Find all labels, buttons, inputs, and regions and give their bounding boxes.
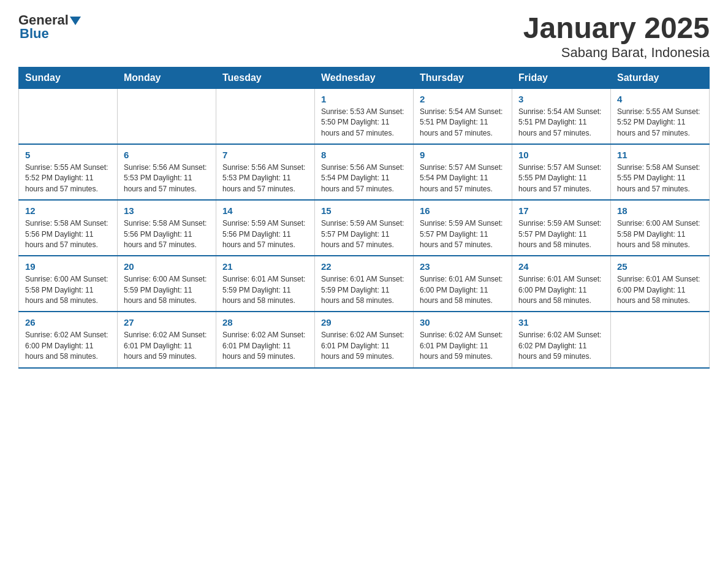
calendar-cell (216, 88, 315, 144)
calendar-header-friday: Friday (512, 67, 611, 88)
day-info: Sunrise: 6:02 AM Sunset: 6:01 PM Dayligh… (321, 330, 407, 362)
calendar-cell: 1Sunrise: 5:53 AM Sunset: 5:50 PM Daylig… (315, 88, 414, 144)
day-info: Sunrise: 6:00 AM Sunset: 5:59 PM Dayligh… (124, 274, 210, 306)
calendar-cell: 20Sunrise: 6:00 AM Sunset: 5:59 PM Dayli… (118, 256, 216, 312)
day-info: Sunrise: 5:53 AM Sunset: 5:50 PM Dayligh… (321, 107, 407, 139)
day-info: Sunrise: 6:00 AM Sunset: 5:58 PM Dayligh… (25, 274, 111, 306)
day-number: 13 (124, 205, 210, 216)
day-number: 14 (222, 205, 308, 216)
calendar-cell: 16Sunrise: 5:59 AM Sunset: 5:57 PM Dayli… (414, 200, 512, 256)
day-number: 4 (617, 94, 703, 104)
calendar-cell: 13Sunrise: 5:58 AM Sunset: 5:56 PM Dayli… (118, 200, 216, 256)
calendar-header-saturday: Saturday (611, 67, 710, 88)
calendar-cell: 18Sunrise: 6:00 AM Sunset: 5:58 PM Dayli… (611, 200, 710, 256)
day-info: Sunrise: 6:01 AM Sunset: 6:00 PM Dayligh… (420, 274, 506, 306)
day-number: 20 (124, 261, 210, 272)
day-info: Sunrise: 6:01 AM Sunset: 5:59 PM Dayligh… (321, 274, 407, 306)
calendar-week-row: 12Sunrise: 5:58 AM Sunset: 5:56 PM Dayli… (19, 200, 710, 256)
day-info: Sunrise: 5:57 AM Sunset: 5:54 PM Dayligh… (420, 163, 506, 194)
day-info: Sunrise: 5:58 AM Sunset: 5:56 PM Dayligh… (25, 218, 111, 250)
calendar-cell: 21Sunrise: 6:01 AM Sunset: 5:59 PM Dayli… (216, 256, 315, 312)
calendar-week-row: 5Sunrise: 5:55 AM Sunset: 5:52 PM Daylig… (19, 144, 710, 200)
calendar-cell: 2Sunrise: 5:54 AM Sunset: 5:51 PM Daylig… (414, 88, 512, 144)
day-info: Sunrise: 5:54 AM Sunset: 5:51 PM Dayligh… (518, 107, 604, 139)
calendar-header-monday: Monday (118, 67, 216, 88)
day-number: 24 (518, 261, 604, 272)
calendar-cell: 23Sunrise: 6:01 AM Sunset: 6:00 PM Dayli… (414, 256, 512, 312)
calendar-cell: 19Sunrise: 6:00 AM Sunset: 5:58 PM Dayli… (19, 256, 118, 312)
day-number: 9 (420, 150, 506, 160)
day-info: Sunrise: 6:02 AM Sunset: 6:01 PM Dayligh… (124, 330, 210, 362)
day-info: Sunrise: 5:59 AM Sunset: 5:57 PM Dayligh… (518, 218, 604, 250)
calendar-cell: 29Sunrise: 6:02 AM Sunset: 6:01 PM Dayli… (315, 312, 414, 367)
calendar-cell: 11Sunrise: 5:58 AM Sunset: 5:55 PM Dayli… (611, 144, 710, 200)
day-info: Sunrise: 6:02 AM Sunset: 6:02 PM Dayligh… (518, 330, 604, 362)
day-number: 29 (321, 317, 407, 327)
day-info: Sunrise: 5:58 AM Sunset: 5:56 PM Dayligh… (124, 218, 210, 250)
calendar-cell: 9Sunrise: 5:57 AM Sunset: 5:54 PM Daylig… (414, 144, 512, 200)
day-number: 17 (518, 205, 604, 216)
calendar-week-row: 19Sunrise: 6:00 AM Sunset: 5:58 PM Dayli… (19, 256, 710, 312)
calendar-week-row: 1Sunrise: 5:53 AM Sunset: 5:50 PM Daylig… (19, 88, 710, 144)
day-info: Sunrise: 5:56 AM Sunset: 5:53 PM Dayligh… (222, 163, 308, 194)
calendar-header-wednesday: Wednesday (315, 67, 414, 88)
calendar-header-tuesday: Tuesday (216, 67, 315, 88)
day-number: 27 (124, 317, 210, 327)
day-number: 23 (420, 261, 506, 272)
logo: General Blue (18, 12, 81, 42)
day-number: 21 (222, 261, 308, 272)
day-number: 31 (518, 317, 604, 327)
calendar-cell: 5Sunrise: 5:55 AM Sunset: 5:52 PM Daylig… (19, 144, 118, 200)
day-info: Sunrise: 6:02 AM Sunset: 6:01 PM Dayligh… (222, 330, 308, 362)
calendar-cell: 25Sunrise: 6:01 AM Sunset: 6:00 PM Dayli… (611, 256, 710, 312)
calendar-cell: 30Sunrise: 6:02 AM Sunset: 6:01 PM Dayli… (414, 312, 512, 367)
day-info: Sunrise: 5:59 AM Sunset: 5:57 PM Dayligh… (420, 218, 506, 250)
day-info: Sunrise: 5:55 AM Sunset: 5:52 PM Dayligh… (25, 163, 111, 194)
calendar-cell: 8Sunrise: 5:56 AM Sunset: 5:54 PM Daylig… (315, 144, 414, 200)
day-info: Sunrise: 6:00 AM Sunset: 5:58 PM Dayligh… (617, 218, 703, 250)
day-number: 12 (25, 205, 111, 216)
calendar-cell: 14Sunrise: 5:59 AM Sunset: 5:56 PM Dayli… (216, 200, 315, 256)
day-info: Sunrise: 5:56 AM Sunset: 5:54 PM Dayligh… (321, 163, 407, 194)
day-info: Sunrise: 6:02 AM Sunset: 6:01 PM Dayligh… (420, 330, 506, 362)
day-number: 15 (321, 205, 407, 216)
day-info: Sunrise: 5:54 AM Sunset: 5:51 PM Dayligh… (420, 107, 506, 139)
calendar-header-sunday: Sunday (19, 67, 118, 88)
day-number: 19 (25, 261, 111, 272)
day-number: 28 (222, 317, 308, 327)
calendar-cell: 28Sunrise: 6:02 AM Sunset: 6:01 PM Dayli… (216, 312, 315, 367)
day-number: 8 (321, 150, 407, 160)
day-number: 16 (420, 205, 506, 216)
calendar-header-thursday: Thursday (414, 67, 512, 88)
day-info: Sunrise: 5:58 AM Sunset: 5:55 PM Dayligh… (617, 163, 703, 194)
logo-blue-text: Blue (20, 26, 49, 42)
calendar-table: SundayMondayTuesdayWednesdayThursdayFrid… (18, 67, 710, 369)
calendar-cell: 4Sunrise: 5:55 AM Sunset: 5:52 PM Daylig… (611, 88, 710, 144)
title-block: January 2025 Sabang Barat, Indonesia (523, 12, 710, 61)
calendar-cell: 17Sunrise: 5:59 AM Sunset: 5:57 PM Dayli… (512, 200, 611, 256)
calendar-cell: 15Sunrise: 5:59 AM Sunset: 5:57 PM Dayli… (315, 200, 414, 256)
svg-marker-0 (70, 17, 81, 25)
calendar-cell (19, 88, 118, 144)
page-title: January 2025 (523, 12, 710, 45)
day-number: 25 (617, 261, 703, 272)
calendar-cell: 27Sunrise: 6:02 AM Sunset: 6:01 PM Dayli… (118, 312, 216, 367)
day-number: 7 (222, 150, 308, 160)
day-number: 5 (25, 150, 111, 160)
day-number: 10 (518, 150, 604, 160)
day-number: 26 (25, 317, 111, 327)
logo-triangle-icon (70, 15, 81, 26)
calendar-header-row: SundayMondayTuesdayWednesdayThursdayFrid… (19, 67, 710, 88)
calendar-cell: 10Sunrise: 5:57 AM Sunset: 5:55 PM Dayli… (512, 144, 611, 200)
calendar-cell: 6Sunrise: 5:56 AM Sunset: 5:53 PM Daylig… (118, 144, 216, 200)
calendar-cell: 12Sunrise: 5:58 AM Sunset: 5:56 PM Dayli… (19, 200, 118, 256)
page-header: General Blue January 2025 Sabang Barat, … (18, 12, 710, 61)
calendar-cell (118, 88, 216, 144)
day-number: 1 (321, 94, 407, 104)
page-subtitle: Sabang Barat, Indonesia (523, 45, 710, 61)
day-number: 6 (124, 150, 210, 160)
calendar-cell: 22Sunrise: 6:01 AM Sunset: 5:59 PM Dayli… (315, 256, 414, 312)
calendar-cell: 7Sunrise: 5:56 AM Sunset: 5:53 PM Daylig… (216, 144, 315, 200)
calendar-week-row: 26Sunrise: 6:02 AM Sunset: 6:00 PM Dayli… (19, 312, 710, 367)
calendar-cell (611, 312, 710, 367)
